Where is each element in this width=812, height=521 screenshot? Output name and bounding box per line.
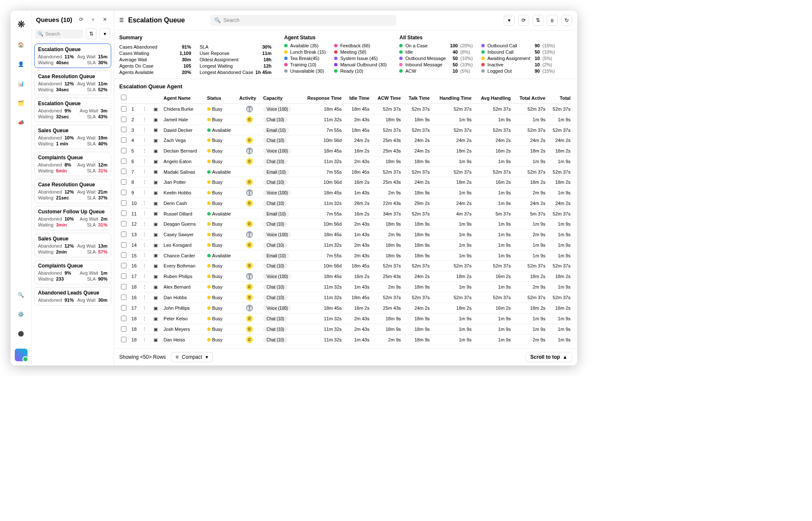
table-row[interactable]: 14 ⋮ ▣ Leo Korsgard Busy ✆ Chat (10) 11m…	[119, 240, 572, 251]
more-icon[interactable]: ⋮	[142, 117, 148, 123]
search-icon[interactable]: 🔍	[16, 290, 26, 300]
row-checkbox[interactable]	[121, 200, 126, 206]
row-checkbox[interactable]	[121, 117, 126, 122]
table-row[interactable]: 15 ⋮ ▣ Chance Carder Available Email (10…	[119, 251, 572, 261]
more-icon[interactable]: ⋮	[142, 263, 148, 269]
table-row[interactable]: 16 ⋮ ▣ Dan Hobbs Busy ✆ Chat (10) 11m 32…	[119, 292, 572, 303]
sort-icon[interactable]: ⇅	[86, 28, 97, 39]
row-checkbox[interactable]	[121, 190, 126, 195]
filter-button[interactable]: ▾	[504, 15, 515, 26]
more-icon[interactable]: ⋮	[142, 158, 148, 164]
more-icon[interactable]: ⋮	[142, 232, 148, 237]
queue-card[interactable]: Escalation QueueAbandoned 9%Avg Wait 3mW…	[34, 98, 111, 122]
broadcast-icon[interactable]: 📣	[16, 118, 26, 127]
queues-icon[interactable]: 🗂️	[16, 98, 26, 108]
row-checkbox[interactable]	[121, 316, 126, 321]
more-icon[interactable]: ⋮	[142, 253, 148, 259]
global-search-input[interactable]: 🔍 Search	[210, 15, 396, 26]
row-checkbox[interactable]	[121, 273, 126, 279]
row-checkbox[interactable]	[121, 210, 126, 216]
row-checkbox[interactable]	[121, 221, 126, 226]
more-icon[interactable]: ⋮	[142, 137, 148, 143]
more-icon[interactable]: ⋮	[142, 179, 148, 185]
table-row[interactable]: 10 ⋮ ▣ Derin Cash Busy ✆ Chat (10) 11m 3…	[119, 198, 572, 209]
table-row[interactable]: 4 ⋮ ▣ Zach Vega Busy ✆ Chat (10) 10m 56d…	[119, 135, 572, 146]
filter-icon[interactable]: ▾	[99, 28, 110, 39]
more-icon[interactable]: ⋮	[142, 211, 148, 217]
table-row[interactable]: 18 ⋮ ▣ Peter Kelso Busy ✆ Chat (10) 11m …	[119, 314, 572, 324]
row-checkbox[interactable]	[121, 127, 126, 132]
avatar[interactable]	[15, 349, 27, 361]
more-icon[interactable]: ⋮	[142, 316, 148, 322]
table-row[interactable]: 17 ⋮ ▣ Ruben Philips Busy ❚❚ Voice (100)…	[119, 271, 572, 282]
reload-button[interactable]: ↻	[561, 15, 572, 26]
sort-button[interactable]: ⇅	[532, 15, 543, 26]
table-row[interactable]: 18 ⋮ ▣ Josh Meyers Busy ✆ Chat (10) 11m …	[119, 324, 572, 335]
table-row[interactable]: 13 ⋮ ▣ Casey Sawyer Busy ❚❚ Voice (100) …	[119, 229, 572, 240]
queue-card[interactable]: Complaints QueueAbandoned 8%Avg Wait 12m…	[34, 152, 111, 176]
queue-card[interactable]: Sales QueueAbandoned 12%Avg Wait 13mWait…	[34, 233, 111, 257]
row-checkbox[interactable]	[121, 252, 126, 258]
row-checkbox[interactable]	[121, 305, 126, 311]
row-checkbox[interactable]	[121, 179, 126, 185]
table-row[interactable]: 6 ⋮ ▣ Angelo Eaton Busy ✆ Chat (10) 11m …	[119, 156, 572, 167]
table-row[interactable]: 5 ⋮ ▣ Declain Bernard Busy ❚❚ Voice (100…	[119, 146, 572, 156]
density-select[interactable]: ≡ Compact ▾	[171, 352, 213, 362]
close-icon[interactable]: ✕	[100, 15, 110, 24]
queue-card[interactable]: Case Resolution QueueAbandoned 12%Avg Wa…	[34, 179, 111, 203]
row-checkbox[interactable]	[121, 169, 126, 174]
more-icon[interactable]: ⋮	[142, 337, 148, 343]
table-row[interactable]: 8 ⋮ ▣ Jian Potter Busy ✆ Chat (10) 10m 5…	[119, 177, 572, 188]
home-icon[interactable]: 🏠	[16, 40, 26, 49]
settings-icon[interactable]: ⚙️	[16, 310, 26, 319]
columns-button[interactable]: ⫼	[547, 15, 558, 26]
table-row[interactable]: 12 ⋮ ▣ Deagan Guerra Busy ✆ Chat (10) 10…	[119, 219, 572, 229]
more-icon[interactable]: ⋮	[142, 273, 148, 279]
refresh-icon[interactable]: ⟳	[77, 15, 86, 24]
row-checkbox[interactable]	[121, 232, 126, 237]
row-checkbox[interactable]	[121, 242, 126, 248]
add-icon[interactable]: ＋	[88, 15, 98, 24]
queue-card[interactable]: Escalation QueueAbandoned 11%Avg Wait 15…	[34, 44, 111, 68]
queue-card[interactable]: Case Resolution QueueAbandoned 12%Avg Wa…	[34, 71, 111, 95]
table-row[interactable]: 9 ⋮ ▣ Keelin Hobbs Busy ❚❚ Voice (100) 1…	[119, 188, 572, 198]
more-icon[interactable]: ⋮	[142, 148, 148, 154]
queue-card[interactable]: Customer Follow Up QueueAbandoned 10%Avg…	[34, 206, 111, 230]
more-icon[interactable]: ⋮	[142, 221, 148, 227]
row-checkbox[interactable]	[121, 106, 126, 112]
more-icon[interactable]: ⋮	[142, 106, 148, 112]
more-icon[interactable]: ⋮	[142, 326, 148, 332]
table-row[interactable]: 7 ⋮ ▣ Madaki Salinas Available Email (10…	[119, 167, 572, 177]
more-icon[interactable]: ⋮	[142, 200, 148, 206]
row-checkbox[interactable]	[121, 326, 126, 332]
queue-card[interactable]: Sales QueueAbandoned 10%Avg Wait 19mWait…	[34, 125, 111, 149]
more-icon[interactable]: ⋮	[142, 284, 148, 290]
select-all-checkbox[interactable]	[121, 95, 126, 100]
row-checkbox[interactable]	[121, 337, 126, 342]
table-row[interactable]: 17 ⋮ ▣ John Phillips Busy ❚❚ Voice (100)…	[119, 303, 572, 314]
table-row[interactable]: 11 ⋮ ▣ Russel Dillard Available Email (1…	[119, 209, 572, 219]
sidebar-search-input[interactable]: 🔍 Search	[35, 30, 83, 38]
row-checkbox[interactable]	[121, 158, 126, 164]
analytics-icon[interactable]: 📊	[16, 79, 26, 88]
user-icon[interactable]: 👤	[16, 60, 26, 69]
row-checkbox[interactable]	[121, 148, 126, 153]
table-row[interactable]: 1 ⋮ ▣ Chidera Burke Busy ❚❚ Voice (100) …	[119, 104, 572, 115]
refresh-button[interactable]: ⟳	[518, 15, 529, 26]
more-icon[interactable]: ⋮	[142, 242, 148, 248]
row-checkbox[interactable]	[121, 295, 126, 300]
table-row[interactable]: 2 ⋮ ▣ Jameil Hale Busy ✆ Chat (10) 11m 3…	[119, 115, 572, 125]
row-checkbox[interactable]	[121, 263, 126, 268]
table-row[interactable]: 16 ⋮ ▣ Every Bothman Busy ✆ Chat (10) 10…	[119, 261, 572, 271]
row-checkbox[interactable]	[121, 137, 126, 143]
table-row[interactable]: 3 ⋮ ▣ Dawid Decker Available Email (10) …	[119, 125, 572, 135]
scroll-to-top-button[interactable]: Scroll to top ▲	[526, 352, 572, 362]
more-icon[interactable]: ⋮	[142, 127, 148, 133]
more-icon[interactable]: ⋮	[142, 305, 148, 311]
queue-card[interactable]: Abandoned Leads QueueAbandoned 91%Avg Wa…	[34, 287, 111, 306]
table-row[interactable]: 18 ⋮ ▣ Alex Bernard Busy ✆ Chat (10) 11m…	[119, 282, 572, 292]
menu-icon[interactable]: ☰	[119, 17, 124, 23]
alert-icon[interactable]: ⚫	[16, 329, 26, 338]
more-icon[interactable]: ⋮	[142, 295, 148, 300]
row-checkbox[interactable]	[121, 284, 126, 289]
